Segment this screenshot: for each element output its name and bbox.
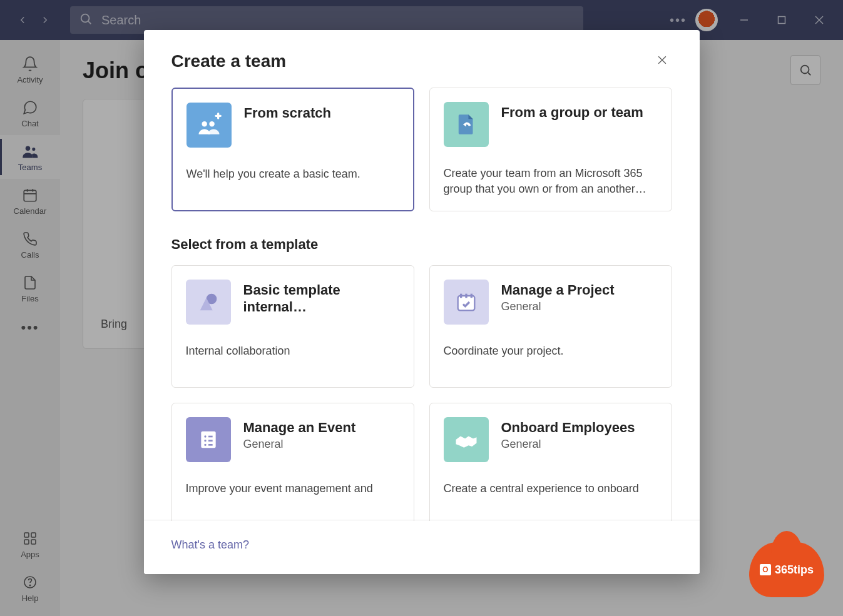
- brand-text: 365tips: [775, 563, 814, 577]
- card-desc: Internal collaboration: [186, 343, 400, 359]
- card-desc: Improve your event management and: [186, 481, 400, 497]
- create-team-dialog: Create a team From scratch We'll help yo…: [144, 30, 700, 574]
- office-icon: O: [760, 564, 771, 575]
- card-title: Manage an Event: [243, 420, 356, 436]
- option-from-scratch[interactable]: From scratch We'll help you create a bas…: [171, 88, 414, 211]
- svg-point-33: [204, 444, 206, 446]
- checklist-icon: [186, 417, 231, 462]
- card-category: General: [243, 438, 356, 451]
- card-category: General: [501, 438, 635, 451]
- svg-point-23: [209, 121, 214, 126]
- svg-point-31: [204, 436, 206, 438]
- people-plus-icon: [186, 103, 232, 148]
- template-onboard-employees[interactable]: Onboard Employees General Create a centr…: [429, 403, 672, 521]
- close-icon: [656, 54, 668, 69]
- card-title: From a group or team: [501, 104, 643, 121]
- card-desc: Create your team from an Microsoft 365 g…: [444, 166, 658, 197]
- template-manage-project[interactable]: Manage a Project General Coordinate your…: [429, 265, 672, 388]
- import-icon: [444, 102, 489, 147]
- option-from-group[interactable]: From a group or team Create your team fr…: [429, 88, 672, 211]
- svg-point-22: [202, 121, 207, 126]
- dialog-title: Create a team: [171, 51, 287, 71]
- template-basic-internal[interactable]: Basic template internal… Internal collab…: [171, 265, 414, 388]
- whats-a-team-link[interactable]: What's a team?: [171, 538, 250, 551]
- card-title: Basic template internal…: [243, 282, 400, 315]
- templates-heading: Select from a template: [171, 236, 672, 253]
- card-title: Manage a Project: [501, 282, 615, 298]
- card-title: From scratch: [244, 105, 331, 121]
- card-desc: We'll help you create a basic team.: [186, 166, 399, 182]
- close-button[interactable]: [652, 51, 672, 71]
- brand-badge: O 365tips: [749, 542, 824, 597]
- svg-point-32: [204, 440, 206, 442]
- svg-rect-25: [457, 296, 474, 310]
- handshake-icon: [444, 417, 489, 462]
- calendar-check-icon: [444, 280, 489, 325]
- card-title: Onboard Employees: [501, 420, 635, 436]
- shapes-icon: [186, 280, 231, 325]
- card-desc: Coordinate your project.: [444, 343, 658, 359]
- card-category: General: [501, 300, 615, 313]
- card-desc: Create a central experience to onboard: [444, 481, 658, 497]
- template-manage-event[interactable]: Manage an Event General Improve your eve…: [171, 403, 414, 521]
